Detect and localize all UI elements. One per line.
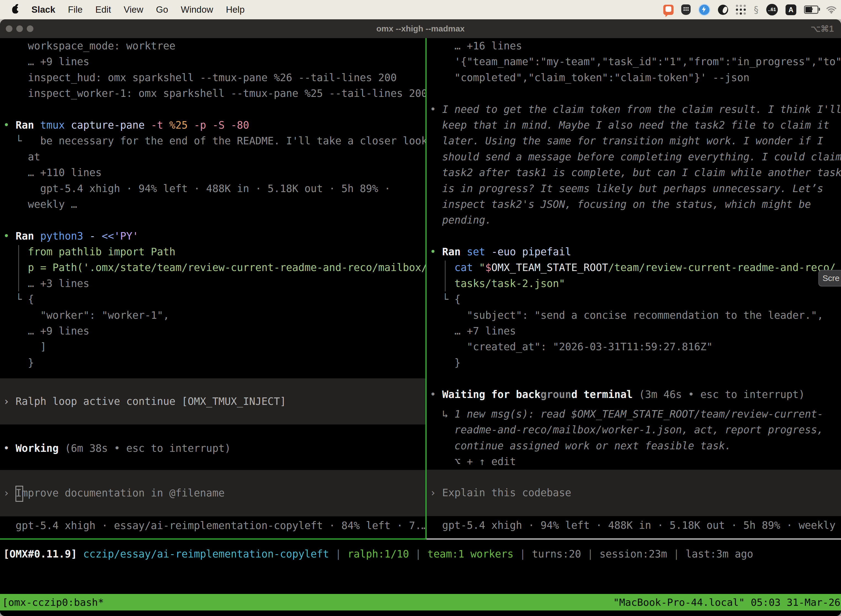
menu-item-help[interactable]: Help (220, 4, 251, 15)
menu-item-window[interactable]: Window (174, 4, 219, 15)
pane-bottom-border-inactive (426, 538, 841, 540)
shield-grid-menubar-icon[interactable] (681, 4, 691, 15)
input-source-menubar-icon[interactable]: A (785, 4, 796, 15)
terminal-content: workspace_mode: worktree … +9 lines insp… (0, 38, 841, 594)
window-title: omx --xhigh --madmax (377, 24, 464, 34)
squiggle-menubar-icon[interactable]: § (754, 4, 759, 15)
pane-bottom-border-active (0, 538, 426, 540)
menu-item-file[interactable]: File (62, 4, 89, 15)
minimize-button[interactable] (16, 25, 23, 32)
window-titlebar: omx --xhigh --madmax ⌥⌘1 (0, 19, 841, 38)
timer-badge-menubar-icon[interactable]: ..61 (766, 4, 778, 15)
working-status: • Working (6m 38s • esc to interrupt) (0, 440, 425, 456)
dots-grid-menubar-icon[interactable] (736, 5, 746, 15)
mailbox-message: ↳ 1 new msg(s): read $OMX_TEAM_STATE_ROO… (426, 406, 841, 470)
terminal-lines-right: … +16 lines '{"team_name":"my-team","tas… (426, 38, 841, 402)
model-status-left: gpt-5.4 xhigh · essay/ai-reimplementatio… (0, 518, 425, 534)
window-shortcut-hint: ⌥⌘1 (811, 24, 834, 34)
tmux-host-clock: "MacBook-Pro-44.local" 05:03 31-Mar-26 (613, 597, 841, 608)
text-cursor (15, 486, 23, 502)
terminal-lines-left: workspace_mode: worktree … +9 lines insp… (0, 38, 425, 371)
prompt-input-left[interactable]: › Improve documentation in @filename (0, 470, 425, 516)
tmux-panes: workspace_mode: worktree … +9 lines insp… (0, 38, 841, 539)
menu-status-icons: § ..61 A (663, 4, 841, 16)
menu-item-go[interactable]: Go (149, 4, 174, 15)
window-bottom-edge (0, 610, 841, 616)
menu-item-view[interactable]: View (117, 4, 149, 15)
screen-overlay-chip[interactable]: Scre (818, 270, 841, 286)
menu-bar: Slack File Edit View Go Window Help § ..… (0, 0, 841, 19)
prompt-input-right[interactable]: › Explain this codebase (426, 470, 841, 516)
battery-menubar-icon[interactable] (804, 6, 818, 14)
indent-guide (18, 245, 19, 292)
menu-item-edit[interactable]: Edit (89, 4, 117, 15)
apple-icon (12, 6, 19, 13)
tmux-session-name: [omx-cczip0:bash* (2, 597, 104, 608)
wifi-menubar-icon[interactable] (826, 6, 837, 14)
pane-right[interactable]: … +16 lines '{"team_name":"my-team","tas… (426, 38, 841, 539)
apple-menu[interactable] (0, 6, 25, 13)
close-button[interactable] (6, 25, 12, 32)
omx-status-bar: [OMX#0.11.9] cczip/essay/ai-reimplementa… (0, 546, 841, 562)
indent-guide (445, 261, 445, 292)
tmux-status-bar: [omx-cczip0:bash* "MacBook-Pro-44.local"… (0, 594, 841, 610)
model-status-right: gpt-5.4 xhigh · 94% left · 488K in · 5.1… (426, 518, 841, 533)
blue-bolt-menubar-icon[interactable] (698, 4, 710, 16)
pane-left[interactable]: workspace_mode: worktree … +9 lines insp… (0, 38, 425, 539)
chat-app-menubar-icon[interactable] (663, 5, 674, 15)
zoom-button[interactable] (27, 25, 34, 32)
crescent-menubar-icon[interactable] (718, 5, 728, 15)
terminal-window: omx --xhigh --madmax ⌥⌘1 workspace_mode:… (0, 19, 841, 616)
ralph-loop-notice: › Ralph loop active continue [OMX_TMUX_I… (0, 378, 425, 424)
menu-app-name[interactable]: Slack (25, 4, 62, 15)
